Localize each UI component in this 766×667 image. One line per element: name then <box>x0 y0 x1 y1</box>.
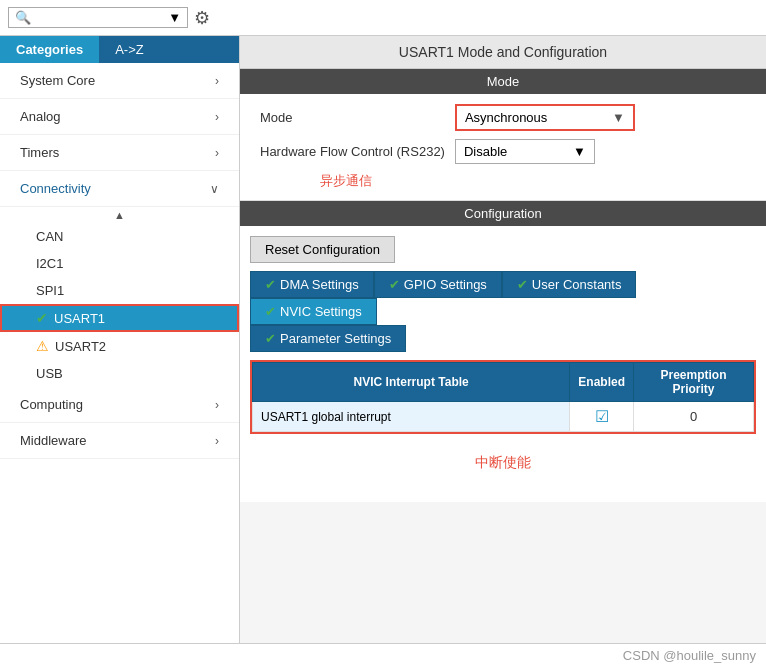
user-check-icon: ✔ <box>517 277 528 292</box>
dropdown-arrow: ▼ <box>168 10 181 25</box>
conn-child-usb-row: USB <box>36 366 203 381</box>
mode-section-header: Mode <box>240 69 766 94</box>
tab-az[interactable]: A->Z <box>99 36 160 63</box>
gear-button[interactable]: ⚙ <box>194 7 210 29</box>
dma-check-icon: ✔ <box>265 277 276 292</box>
usb-label: USB <box>36 366 63 381</box>
nvic-col-header-enabled: Enabled <box>570 363 634 402</box>
config-section-header: Configuration <box>240 201 766 226</box>
chinese-interrupt-note: 中断使能 <box>250 434 756 492</box>
sidebar-label-analog: Analog <box>20 109 60 124</box>
connectivity-children: ▲ CAN I2C1 SPI1 ✔ USART1 <box>0 207 239 387</box>
gpio-check-icon: ✔ <box>389 277 400 292</box>
sidebar-item-middleware[interactable]: Middleware › <box>0 423 239 459</box>
nvic-row-priority: 0 <box>634 402 754 432</box>
chevron-right-icon-3: › <box>215 146 219 160</box>
priority-value: 0 <box>690 409 697 424</box>
conn-child-usb[interactable]: USB <box>0 360 239 387</box>
chinese-mode-note: 异步通信 <box>260 172 746 190</box>
mode-select-wrapper: Asynchronous ▼ <box>455 104 746 131</box>
conn-child-i2c1[interactable]: I2C1 <box>0 250 239 277</box>
sidebar-item-computing[interactable]: Computing › <box>0 387 239 423</box>
conn-child-usart2-row: ⚠ USART2 <box>36 338 203 354</box>
tab-gpio-settings[interactable]: ✔ GPIO Settings <box>374 271 502 298</box>
footer: CSDN @houlile_sunny <box>0 643 766 667</box>
table-row: USART1 global interrupt ☑ 0 <box>253 402 754 432</box>
config-tabs: ✔ DMA Settings ✔ GPIO Settings ✔ User Co… <box>250 271 756 325</box>
chevron-down-icon: ∨ <box>210 182 219 196</box>
tab-user-label: User Constants <box>532 277 622 292</box>
reset-configuration-button[interactable]: Reset Configuration <box>250 236 395 263</box>
nvic-col-header-priority: Preemption Priority <box>634 363 754 402</box>
tab-user-constants[interactable]: ✔ User Constants <box>502 271 637 298</box>
sidebar-item-analog[interactable]: Analog › <box>0 99 239 135</box>
sidebar: Categories A->Z System Core › Analog › T… <box>0 36 240 643</box>
mode-chevron-down-icon: ▼ <box>612 110 625 125</box>
tab-categories[interactable]: Categories <box>0 36 99 63</box>
conn-child-i2c1-row: I2C1 <box>36 256 203 271</box>
conn-child-can-row: CAN <box>36 229 203 244</box>
sidebar-label-timers: Timers <box>20 145 59 160</box>
nvic-check-icon: ✔ <box>265 304 276 319</box>
panel-title: USART1 Mode and Configuration <box>240 36 766 69</box>
mode-label: Mode <box>260 110 445 125</box>
tab-nvic-label: NVIC Settings <box>280 304 362 319</box>
sidebar-item-system-core[interactable]: System Core › <box>0 63 239 99</box>
search-input[interactable] <box>35 10 164 25</box>
nvic-row-enabled[interactable]: ☑ <box>570 402 634 432</box>
footer-text: CSDN @houlile_sunny <box>623 648 756 663</box>
usart1-label: USART1 <box>54 311 105 326</box>
checkbox-checked-icon: ☑ <box>595 408 609 425</box>
tab-parameter-settings[interactable]: ✔ Parameter Settings <box>250 325 406 352</box>
i2c1-label: I2C1 <box>36 256 63 271</box>
chevron-right-icon-4: › <box>215 398 219 412</box>
sidebar-tabs: Categories A->Z <box>0 36 239 63</box>
search-box[interactable]: 🔍 ▼ <box>8 7 188 28</box>
mode-value: Asynchronous <box>465 110 547 125</box>
conn-child-spi1-row: SPI1 <box>36 283 203 298</box>
chevron-right-icon-2: › <box>215 110 219 124</box>
right-panel: USART1 Mode and Configuration Mode Mode … <box>240 36 766 643</box>
nvic-table: NVIC Interrupt Table Enabled Preemption … <box>252 362 754 432</box>
usart2-status-icon: ⚠ <box>36 338 49 354</box>
conn-child-spi1[interactable]: SPI1 <box>0 277 239 304</box>
tab-gpio-label: GPIO Settings <box>404 277 487 292</box>
tab-dma-settings[interactable]: ✔ DMA Settings <box>250 271 374 298</box>
sidebar-label-middleware: Middleware <box>20 433 86 448</box>
param-check-icon: ✔ <box>265 331 276 346</box>
conn-child-usart2[interactable]: ⚠ USART2 <box>0 332 239 360</box>
chevron-right-icon-5: › <box>215 434 219 448</box>
mode-select[interactable]: Asynchronous ▼ <box>455 104 635 131</box>
hw-select[interactable]: Disable ▼ <box>455 139 595 164</box>
sort-arrow: ▲ <box>0 207 239 223</box>
main-layout: Categories A->Z System Core › Analog › T… <box>0 36 766 643</box>
conn-child-usart1[interactable]: ✔ USART1 <box>0 304 239 332</box>
tab-dma-label: DMA Settings <box>280 277 359 292</box>
nvic-row-name: USART1 global interrupt <box>253 402 570 432</box>
mode-grid: Mode Asynchronous ▼ Hardware Flow Contro… <box>240 94 766 201</box>
hw-value: Disable <box>464 144 507 159</box>
tab-param-label: Parameter Settings <box>280 331 391 346</box>
conn-child-usart1-row: ✔ USART1 <box>36 310 203 326</box>
search-icon: 🔍 <box>15 10 31 25</box>
nvic-col-header-name: NVIC Interrupt Table <box>253 363 570 402</box>
config-tabs-row2: ✔ Parameter Settings <box>250 325 756 352</box>
spi1-label: SPI1 <box>36 283 64 298</box>
tab-nvic-settings[interactable]: ✔ NVIC Settings <box>250 298 377 325</box>
conn-child-can[interactable]: CAN <box>0 223 239 250</box>
usart2-label: USART2 <box>55 339 106 354</box>
sidebar-item-connectivity[interactable]: Connectivity ∨ <box>0 171 239 207</box>
sidebar-label-computing: Computing <box>20 397 83 412</box>
top-bar: 🔍 ▼ ⚙ <box>0 0 766 36</box>
config-section: Reset Configuration ✔ DMA Settings ✔ GPI… <box>240 226 766 502</box>
sidebar-label-connectivity: Connectivity <box>20 181 91 196</box>
chevron-right-icon: › <box>215 74 219 88</box>
sidebar-label-system-core: System Core <box>20 73 95 88</box>
can-label: CAN <box>36 229 63 244</box>
nvic-table-wrapper: NVIC Interrupt Table Enabled Preemption … <box>250 360 756 434</box>
hw-label: Hardware Flow Control (RS232) <box>260 144 445 159</box>
hw-chevron-down-icon: ▼ <box>573 144 586 159</box>
sidebar-item-timers[interactable]: Timers › <box>0 135 239 171</box>
hw-select-wrapper: Disable ▼ <box>455 139 746 164</box>
usart1-status-icon: ✔ <box>36 310 48 326</box>
